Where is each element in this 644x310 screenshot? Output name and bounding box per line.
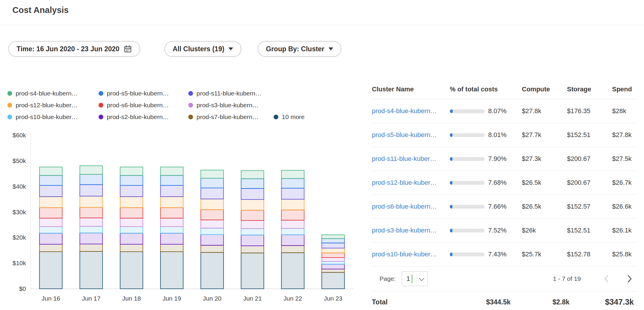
cluster-name-link[interactable]: prod-s10-blue-kuber…	[372, 250, 450, 258]
legend-item-prod-s10[interactable]: prod-s10-blue-kuber…	[7, 113, 99, 121]
cluster-name-link[interactable]: prod-s3-blue-kubern…	[372, 227, 450, 234]
spend-value: $27.5k	[612, 155, 638, 163]
chevron-down-icon	[419, 276, 424, 281]
spend-value: $26.7k	[612, 179, 638, 187]
compute-value: $25.7k	[522, 250, 567, 258]
pct-progress-fill	[450, 133, 452, 137]
pct-progress-track	[450, 253, 485, 256]
group-by-label: Group By: Cluster	[266, 45, 324, 53]
prev-page-button[interactable]	[601, 274, 612, 284]
table-header-row: Cluster Name % of total costs Compute St…	[372, 80, 638, 99]
svg-text:Jun 20: Jun 20	[203, 295, 221, 302]
legend-item-prod-s11[interactable]: prod-s11-blue-kubern…	[188, 90, 274, 97]
table-row: prod-s6-blue-kubern… 7.66% $26.5k $152.5…	[372, 195, 638, 219]
legend-label: prod-s5-blue-kubern…	[107, 90, 169, 97]
legend-color-dot	[99, 115, 103, 119]
column-header-cluster-name: Cluster Name	[372, 85, 450, 93]
pct-progress-track	[450, 157, 485, 161]
legend-item-prod-s6[interactable]: prod-s6-blue-kubern…	[99, 102, 188, 109]
cost-analysis-page: Cost Analysis Time: 16 Jun 2020 - 23 Jun…	[0, 0, 644, 310]
select-divider	[416, 274, 417, 283]
svg-text:Jun 17: Jun 17	[82, 295, 100, 302]
clusters-filter[interactable]: All Clusters (19)	[164, 41, 241, 57]
next-page-button[interactable]	[625, 274, 635, 284]
pct-cell: 7.66%	[450, 203, 522, 210]
storage-value: $200.67	[567, 179, 612, 187]
table-row: prod-s4-blue-kubern… 8.07% $27.8k $176.3…	[372, 99, 638, 123]
stacked-bar-chart[interactable]: $0$10k$20k$30k$40k$50k$60kJun 16Jun 17Ju…	[0, 131, 363, 310]
legend-item-prod-s2[interactable]: prod-s2-blue-kubern…	[99, 113, 188, 121]
storage-value: $200.67	[567, 155, 612, 163]
svg-text:$60k: $60k	[12, 132, 26, 138]
svg-text:Jun 19: Jun 19	[163, 295, 181, 302]
chevron-left-icon	[601, 274, 612, 284]
svg-text:$20k: $20k	[12, 234, 26, 241]
total-storage: $2.8k	[553, 298, 570, 306]
pct-progress-track	[450, 133, 485, 137]
pct-progress-fill	[450, 181, 452, 185]
svg-text:$30k: $30k	[12, 209, 26, 215]
page-select[interactable]: 1	[402, 271, 428, 286]
cluster-name-link[interactable]: prod-s4-blue-kubern…	[372, 107, 450, 115]
spend-value: $28k	[612, 107, 638, 115]
text-cursor	[412, 274, 412, 283]
compute-value: $26.5k	[522, 179, 567, 187]
legend-item-prod-s7[interactable]: prod-s7-blue-kubern…	[188, 113, 274, 121]
cluster-name-link[interactable]: prod-s6-blue-kubern…	[372, 203, 450, 210]
page-title: Cost Analysis	[12, 5, 69, 15]
legend-label: 10 more	[282, 113, 305, 121]
legend-color-dot	[7, 91, 12, 96]
cluster-name-link[interactable]: prod-s11-blue-kuber…	[372, 155, 450, 163]
svg-text:$0: $0	[19, 285, 26, 292]
pagination-bar: Page: 1 1 - 7 of 19	[372, 266, 638, 291]
pct-progress-fill	[450, 205, 452, 209]
clusters-filter-label: All Clusters (19)	[173, 45, 224, 53]
pct-progress-fill	[450, 229, 452, 233]
chart-legend: prod-s4-blue-kubern… prod-s5-blue-kubern…	[7, 88, 305, 123]
pct-progress-track	[450, 109, 485, 113]
total-row: Total $344.5k $2.8k $347.3k	[372, 291, 638, 310]
spend-value: $25.8k	[612, 250, 638, 258]
legend-label: prod-s10-blue-kuber…	[16, 113, 78, 121]
pct-value: 7.90%	[488, 155, 506, 163]
cluster-name-link[interactable]: prod-s12-blue-kuber…	[372, 179, 450, 187]
group-by-filter[interactable]: Group By: Cluster	[258, 41, 341, 57]
cluster-name-link[interactable]: prod-s5-blue-kubern…	[372, 131, 450, 139]
legend-label: prod-s3-blue-kubern…	[197, 102, 259, 109]
table-row: prod-s3-blue-kubern… 7.52% $26k $152.51 …	[372, 219, 638, 243]
total-spend: $347.3k	[605, 298, 634, 307]
svg-text:$40k: $40k	[12, 183, 26, 190]
pct-value: 8.07%	[488, 107, 506, 115]
legend-color-dot	[274, 115, 278, 119]
storage-value: $152.51	[567, 227, 612, 234]
legend-item-prod-s3[interactable]: prod-s3-blue-kubern…	[188, 102, 274, 109]
legend-label: prod-s2-blue-kubern…	[107, 113, 169, 121]
svg-text:Jun 23: Jun 23	[324, 295, 342, 302]
legend-color-dot	[99, 91, 103, 96]
time-range-filter[interactable]: Time: 16 Jun 2020 - 23 Jun 2020	[8, 41, 140, 57]
pagination-range: 1 - 7 of 19	[553, 275, 581, 282]
svg-text:Jun 16: Jun 16	[42, 295, 60, 302]
legend-item-prod-s12[interactable]: prod-s12-blue-kuber…	[7, 102, 99, 109]
storage-value: $152.57	[567, 203, 612, 210]
pct-value: 7.66%	[488, 203, 506, 210]
table-row: prod-s10-blue-kuber… 7.43% $25.7k $152.7…	[372, 243, 638, 266]
legend-row: prod-s10-blue-kuber… prod-s2-blue-kubern…	[7, 111, 305, 123]
table-row: prod-s5-blue-kubern… 8.01% $27.7k $152.5…	[372, 123, 638, 147]
legend-color-dot	[188, 91, 193, 96]
spend-value: $27.8k	[612, 131, 638, 139]
legend-color-dot	[7, 115, 12, 119]
pct-progress-track	[450, 229, 485, 233]
legend-label: prod-s12-blue-kuber…	[16, 102, 78, 109]
legend-item-prod-s5[interactable]: prod-s5-blue-kubern…	[99, 90, 188, 97]
total-compute: $344.5k	[486, 298, 511, 306]
svg-text:Jun 21: Jun 21	[243, 295, 262, 302]
legend-item-prod-s4[interactable]: prod-s4-blue-kubern…	[7, 90, 99, 97]
page-number: 1	[402, 275, 410, 283]
legend-color-dot	[99, 103, 103, 108]
legend-item-10-more[interactable]: 10 more	[274, 113, 305, 121]
pct-cell: 7.68%	[450, 179, 522, 187]
svg-text:Jun 18: Jun 18	[122, 295, 141, 302]
svg-text:$50k: $50k	[12, 157, 26, 164]
chevron-down-icon	[328, 47, 333, 50]
